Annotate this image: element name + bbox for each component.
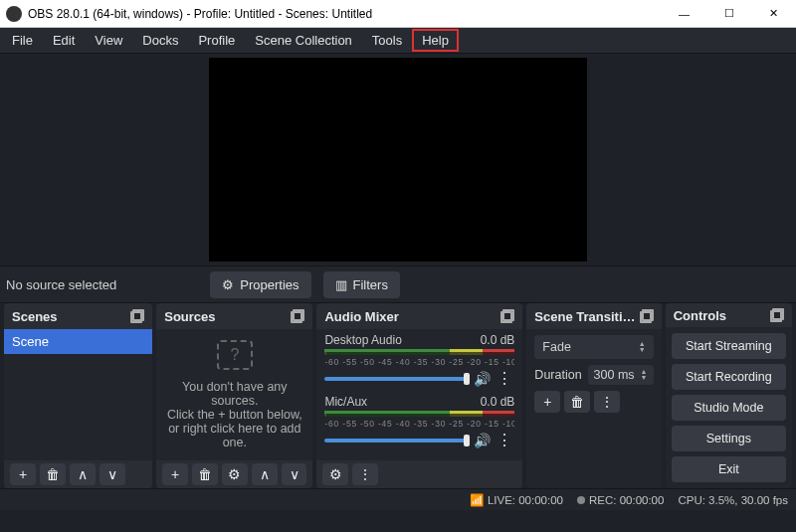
remove-source-button[interactable]: 🗑 [192,463,218,485]
cpu-text: CPU: 3.5%, 30.00 fps [678,494,788,506]
settings-button[interactable]: Settings [672,426,786,451]
updown-icon: ▲▼ [639,341,646,353]
source-properties-button[interactable]: ⚙ [222,463,248,485]
speaker-icon[interactable]: 🔊 [474,371,491,387]
sources-empty-line3: or right click here to add one. [164,422,304,449]
panel-title: Controls [674,308,726,323]
question-icon: ? [217,340,253,370]
scene-item[interactable]: Scene [4,329,152,354]
menu-docks[interactable]: Docks [132,29,188,52]
updown-icon: ▲▼ [641,369,648,381]
remove-transition-button[interactable]: 🗑 [564,391,590,413]
no-source-label: No source selected [6,277,116,292]
properties-button[interactable]: ⚙ Properties [210,271,310,298]
menu-tools[interactable]: Tools [362,29,412,52]
sources-footer: + 🗑 ⚙ ∧ ∨ [156,460,312,488]
source-toolbar: No source selected ⚙ Properties ▥ Filter… [0,266,796,303]
channel-level: 0.0 dB [481,333,515,347]
add-scene-button[interactable]: + [10,463,36,485]
rec-time: REC: 00:00:00 [589,494,664,506]
gear-icon: ⚙ [222,277,234,292]
trash-icon: 🗑 [46,466,60,482]
volume-slider[interactable] [324,439,470,443]
popout-icon[interactable] [770,308,784,322]
studio-mode-button[interactable]: Studio Mode [672,395,786,421]
panel-title: Sources [164,309,215,324]
filters-button[interactable]: ▥ Filters [323,271,400,298]
window-titlebar: OBS 28.0.1 (64-bit, windows) - Profile: … [0,0,796,28]
transition-value: Fade [542,340,571,354]
duration-label: Duration [534,368,581,382]
volume-slider[interactable] [324,377,470,381]
start-recording-button[interactable]: Start Recording [672,364,786,390]
add-transition-button[interactable]: + [534,391,560,413]
meter-scale: -60 -55 -50 -45 -40 -35 -30 -25 -20 -15 … [324,357,514,367]
popout-icon[interactable] [291,309,304,323]
transition-menu-button[interactable]: ⋮ [594,391,620,413]
mixer-header[interactable]: Audio Mixer [316,303,522,329]
sources-header[interactable]: Sources [156,303,312,329]
duration-spinner[interactable]: 300 ms ▲▼ [588,365,654,385]
mixer-body: Desktop Audio 0.0 dB -60 -55 -50 -45 -40… [316,329,522,460]
transition-select[interactable]: Fade ▲▼ [534,335,653,359]
menu-help[interactable]: Help [412,29,459,52]
live-time: LIVE: 00:00:00 [488,494,563,506]
move-source-up-button[interactable]: ∧ [252,463,278,485]
transitions-header[interactable]: Scene Transiti… [526,303,661,329]
channel-name: Desktop Audio [324,333,401,347]
panel-title: Scenes [12,309,58,324]
menu-file[interactable]: File [2,29,43,52]
scenes-panel: Scenes Scene + 🗑 ∧ ∨ [4,303,152,488]
status-bar: 📶 LIVE: 00:00:00 REC: 00:00:00 CPU: 3.5%… [0,488,796,510]
meter-scale: -60 -55 -50 -45 -40 -35 -30 -25 -20 -15 … [324,419,514,429]
panel-title: Audio Mixer [324,309,398,324]
popout-icon[interactable] [640,309,654,323]
menu-edit[interactable]: Edit [43,29,85,52]
sources-empty-line1: You don't have any sources. [164,380,304,408]
audio-meter [324,411,514,417]
stream-status: 📶 LIVE: 00:00:00 [470,493,563,507]
app-icon [6,6,22,22]
menubar: File Edit View Docks Profile Scene Colle… [0,28,796,54]
menu-view[interactable]: View [85,29,132,52]
transitions-panel: Scene Transiti… Fade ▲▼ Duration 300 ms … [526,303,661,488]
filters-icon: ▥ [335,277,347,292]
channel-level: 0.0 dB [481,395,515,409]
controls-header[interactable]: Controls [666,303,792,327]
move-scene-up-button[interactable]: ∧ [70,463,96,485]
popout-icon[interactable] [500,309,514,323]
gear-icon: ⚙ [228,466,241,482]
exit-button[interactable]: Exit [672,456,786,482]
signal-icon: 📶 [470,493,484,507]
maximize-button[interactable]: ☐ [706,0,751,28]
trash-icon: 🗑 [570,394,584,410]
popout-icon[interactable] [130,309,144,323]
move-scene-down-button[interactable]: ∨ [100,463,125,485]
duration-value: 300 ms [594,368,635,382]
advanced-audio-button[interactable]: ⚙ [322,463,348,485]
remove-scene-button[interactable]: 🗑 [40,463,66,485]
menu-profile[interactable]: Profile [188,29,245,52]
start-streaming-button[interactable]: Start Streaming [672,333,786,359]
preview-canvas[interactable] [209,58,587,262]
cpu-status: CPU: 3.5%, 30.00 fps [678,494,788,506]
audio-meter [324,349,514,355]
scenes-header[interactable]: Scenes [4,303,152,329]
add-source-button[interactable]: + [162,463,188,485]
menu-scene-collection[interactable]: Scene Collection [245,29,362,52]
close-button[interactable]: ✕ [751,0,796,28]
controls-panel: Controls Start Streaming Start Recording… [666,303,792,488]
preview-area [0,54,796,266]
audio-mixer-panel: Audio Mixer Desktop Audio 0.0 dB -60 -55… [316,303,522,488]
scenes-footer: + 🗑 ∧ ∨ [4,460,152,488]
docks-row: Scenes Scene + 🗑 ∧ ∨ Sources ? You don't… [0,303,796,488]
record-status: REC: 00:00:00 [577,494,664,506]
sources-empty-line2: Click the + button below, [167,408,302,422]
mixer-menu-button[interactable]: ⋮ [352,463,378,485]
record-dot-icon [577,496,585,504]
speaker-icon[interactable]: 🔊 [474,433,491,448]
move-source-down-button[interactable]: ∨ [282,463,307,485]
channel-name: Mic/Aux [324,395,367,409]
sources-empty[interactable]: ? You don't have any sources. Click the … [156,329,312,460]
minimize-button[interactable]: — [662,0,706,28]
